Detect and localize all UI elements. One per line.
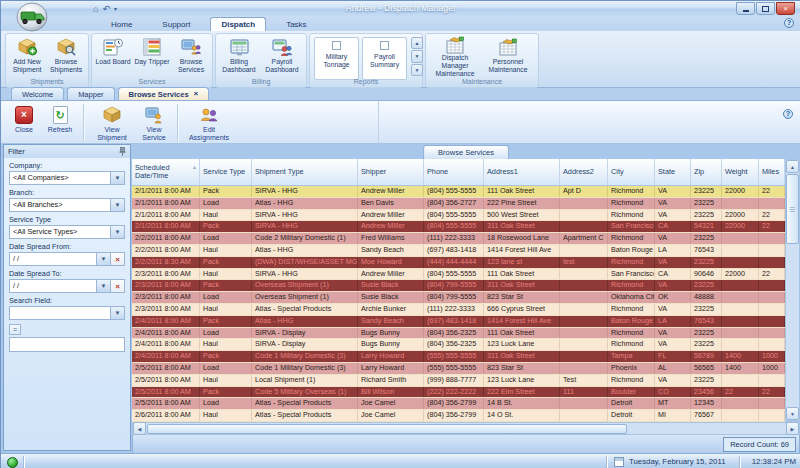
grid-row[interactable]: 2/2/2011 8:00 AMLoadCode 2 Military Dome…: [132, 233, 785, 245]
scroll-up-icon[interactable]: ▲: [786, 160, 799, 173]
dropdown-icon[interactable]: ▼: [96, 252, 111, 266]
column-header-address2[interactable]: Address2: [560, 159, 608, 185]
grid-row[interactable]: 2/3/2011 8:00 AMLoadOverseas Shipment (1…: [132, 292, 785, 304]
grid-cell: (804) 555-5555: [424, 210, 484, 221]
app-logo-truck-icon[interactable]: [11, 2, 57, 34]
payroll-dashboard-button[interactable]: Payroll Dashboard: [261, 35, 303, 76]
branch-input[interactable]: <All Branches>: [9, 198, 110, 212]
column-header-address1[interactable]: Address1: [484, 159, 560, 185]
gallery-expand-icon[interactable]: ▼: [411, 64, 423, 76]
minimize-button[interactable]: [736, 2, 755, 15]
view-shipment-button[interactable]: View Shipment: [91, 103, 133, 142]
ribbon-tab-dispatch[interactable]: Dispatch: [210, 17, 266, 31]
grid-row[interactable]: 2/3/2011 8:00 AMHaulSIRVA - HHGAndrew Mi…: [132, 269, 785, 281]
dropdown-icon[interactable]: ▼: [110, 171, 125, 185]
clear-date-icon[interactable]: ×: [111, 279, 125, 293]
horizontal-scrollbar[interactable]: ◀ ▶: [132, 422, 800, 435]
grid-row[interactable]: 2/3/2011 8:00 AMPackOverseas Shipment (1…: [132, 280, 785, 292]
date-spread-from-input[interactable]: / /: [9, 252, 96, 266]
undo-icon[interactable]: ↶: [102, 4, 110, 14]
column-header-city[interactable]: City: [608, 159, 655, 185]
column-header-phone[interactable]: Phone: [424, 159, 484, 185]
grid-row[interactable]: 2/1/2011 8:00 AMPackSIRVA - HHGAndrew Mi…: [132, 186, 785, 198]
grid-row[interactable]: 2/3/2011 8:00 AMHaulAtlas - Special Prod…: [132, 304, 785, 316]
military-tonnage-item[interactable]: Military Tonnage: [314, 37, 359, 80]
dropdown-icon[interactable]: ▼: [96, 279, 111, 293]
personnel-maintenance-button[interactable]: Personnel Maintenance: [483, 35, 533, 76]
tab-close-icon[interactable]: ×: [194, 90, 199, 98]
horizontal-scroll-thumb[interactable]: [147, 424, 627, 434]
close-window-button[interactable]: ×: [776, 2, 795, 15]
gallery-up-icon[interactable]: ▲: [411, 37, 423, 49]
pin-icon[interactable]: [119, 147, 126, 156]
help-icon[interactable]: ?: [784, 18, 794, 28]
checkbox-icon[interactable]: [332, 41, 341, 50]
grid-row[interactable]: 2/1/2011 8:00 AMHaulSIRVA - HHGAndrew Mi…: [132, 210, 785, 222]
grid-row[interactable]: 2/2/2011 8:00 AMHaulAtlas - HHGSandy Bea…: [132, 245, 785, 257]
add-new-shipment-button[interactable]: Add New Shipment: [8, 35, 46, 76]
scroll-down-icon[interactable]: ▼: [786, 407, 799, 420]
close-tab-button[interactable]: × Close: [9, 103, 39, 134]
ribbon-tab-home[interactable]: Home: [101, 17, 142, 31]
grid-row[interactable]: 2/4/2011 8:00 AMHaulSIRVA - DisplayBugs …: [132, 339, 785, 351]
home-icon[interactable]: ⌂: [93, 4, 98, 14]
clear-date-icon[interactable]: ×: [111, 252, 125, 266]
grid-cell: (804) 356-2325: [424, 339, 484, 350]
company-input[interactable]: <All Companies>: [9, 171, 110, 185]
dropdown-icon[interactable]: ▼: [110, 225, 125, 239]
search-value-input[interactable]: [9, 337, 125, 352]
panel-title-tab[interactable]: Browse Services: [423, 145, 509, 159]
vertical-scroll-thumb[interactable]: [786, 174, 799, 244]
dispatch-manager-maintenance-button[interactable]: Dispatch Manager Maintenance: [428, 35, 482, 76]
gallery-down-icon[interactable]: ▼: [411, 50, 423, 62]
scroll-left-icon[interactable]: ◀: [133, 422, 146, 435]
column-header-shipper[interactable]: Shipper: [358, 159, 424, 185]
column-header-shipment-type[interactable]: Shipment Type: [252, 159, 358, 185]
search-operator-button[interactable]: =: [9, 324, 21, 335]
column-header-scheduled-date-time[interactable]: Scheduled Date/Time▲: [132, 159, 200, 185]
grid-row[interactable]: 2/2/2011 8:30 AMPack(DWA) DIST/WHSE/ASSE…: [132, 257, 785, 269]
day-tripper-button[interactable]: Day Tripper: [133, 35, 171, 76]
grid-row[interactable]: 2/6/2011 8:00 AMHaulAtlas - Special Prod…: [132, 410, 785, 422]
load-board-button[interactable]: Load Board: [94, 35, 132, 76]
column-header-zip[interactable]: Zip: [691, 159, 722, 185]
checkbox-icon[interactable]: [380, 41, 389, 50]
qat-customize-icon[interactable]: ▾: [114, 4, 117, 14]
grid-row[interactable]: 2/5/2011 8:00 AMHaulLocal Shipment (1)Ri…: [132, 375, 785, 387]
scroll-right-icon[interactable]: ▶: [786, 422, 799, 435]
grid-row[interactable]: 2/1/2011 8:00 AMLoadAtlas - HHGBen Davis…: [132, 198, 785, 210]
service-type-input[interactable]: <All Service Types>: [9, 225, 110, 239]
maximize-button[interactable]: [756, 2, 775, 15]
refresh-button[interactable]: ↻ Refresh: [43, 103, 77, 134]
search-field-input[interactable]: [9, 306, 110, 320]
grid-cell: Richmond: [608, 198, 655, 209]
document-tab-browse-services[interactable]: Browse Services×: [118, 87, 210, 100]
ribbon-tab-tasks[interactable]: Tasks: [276, 17, 316, 31]
grid-row[interactable]: 2/5/2011 8:00 AMLoadCode 1 Military Dome…: [132, 363, 785, 375]
column-header-state[interactable]: State: [655, 159, 691, 185]
dropdown-icon[interactable]: ▼: [110, 198, 125, 212]
billing-dashboard-button[interactable]: Billing Dashboard: [218, 35, 260, 76]
filter-label: Company:: [9, 161, 125, 171]
column-header-weight[interactable]: Weight: [722, 159, 759, 185]
column-header-service-type[interactable]: Service Type: [200, 159, 252, 185]
grid-row[interactable]: 2/4/2011 8:00 AMPackCode 1 Military Dome…: [132, 351, 785, 363]
date-spread-to-input[interactable]: / /: [9, 279, 96, 293]
grid-row[interactable]: 2/4/2011 8:00 AMLoadSIRVA - DisplayBugs …: [132, 328, 785, 340]
browse-shipments-button[interactable]: Browse Shipments: [47, 35, 85, 76]
grid-row[interactable]: 2/5/2011 8:00 AMLoadAtlas - Special Prod…: [132, 398, 785, 410]
grid-row[interactable]: 2/1/2011 8:00 AMPackSIRVA - HHGAndrew Mi…: [132, 221, 785, 233]
payroll-summary-item[interactable]: Payroll Summary: [362, 37, 407, 80]
view-service-button[interactable]: View Service: [137, 103, 171, 142]
help-icon[interactable]: ?: [783, 109, 793, 119]
column-header-miles[interactable]: Miles: [759, 159, 785, 185]
grid-row[interactable]: 2/5/2011 8:00 AMPackCode 5 Military Over…: [132, 387, 785, 399]
grid-row[interactable]: 2/4/2011 8:00 AMPackAtlas - HHGSandy Bea…: [132, 316, 785, 328]
browse-services-button[interactable]: Browse Services: [172, 35, 210, 76]
document-tab-welcome[interactable]: Welcome: [11, 87, 64, 100]
vertical-scrollbar[interactable]: ▲ ▼: [785, 159, 800, 421]
edit-assignments-button[interactable]: Edit Assignments: [185, 103, 233, 142]
document-tab-mapper[interactable]: Mapper: [67, 87, 114, 100]
ribbon-tab-support[interactable]: Support: [152, 17, 200, 31]
dropdown-icon[interactable]: ▼: [110, 306, 125, 320]
